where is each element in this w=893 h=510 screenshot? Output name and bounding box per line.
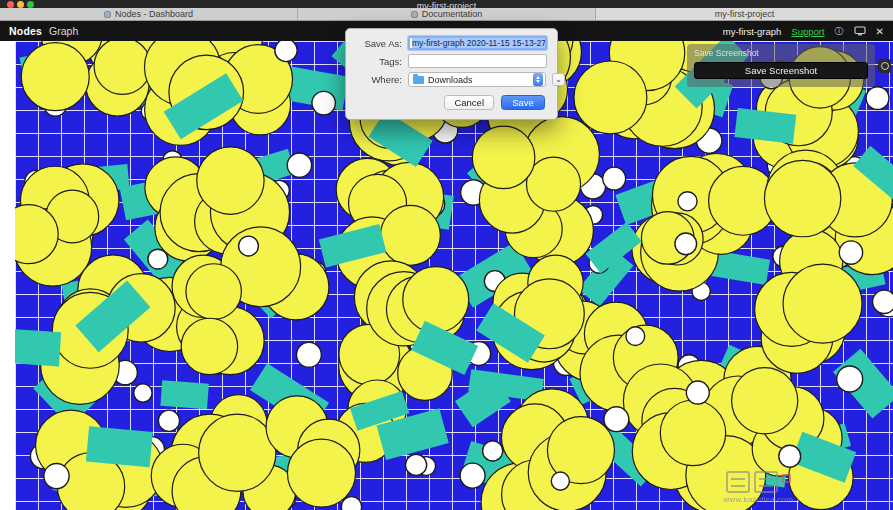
camera-icon[interactable] bbox=[878, 59, 891, 73]
app-name: Nodes bbox=[9, 25, 42, 37]
watermark-logo bbox=[724, 471, 793, 493]
tab-favicon-icon bbox=[104, 11, 111, 18]
header-right: my-first-graph Support ⓘ ✕ bbox=[723, 25, 884, 38]
panel-title: Save Screenshot bbox=[694, 48, 868, 58]
watermark: www.kazutlea.com bbox=[724, 471, 793, 504]
stepper-icon[interactable] bbox=[533, 73, 543, 86]
chevron-down-icon[interactable]: ⌄ bbox=[552, 73, 565, 86]
display-icon[interactable] bbox=[854, 26, 866, 36]
watermark-url: www.kazutlea.com bbox=[724, 495, 793, 504]
tab-nodes-dashboard[interactable]: Nodes - Dashboard bbox=[0, 8, 298, 20]
support-link[interactable]: Support bbox=[791, 26, 824, 37]
tags-input[interactable] bbox=[408, 54, 547, 68]
save-dialog: Save As: my-first-graph 2020-11-15 15-13… bbox=[345, 28, 558, 120]
folder-icon bbox=[413, 76, 424, 84]
tab-my-first-project[interactable]: my-first-project bbox=[596, 8, 893, 20]
window-titlebar: my-first-project bbox=[0, 0, 893, 8]
where-value: Downloads bbox=[428, 75, 529, 85]
save-button[interactable]: Save bbox=[501, 95, 545, 110]
tab-label: Nodes - Dashboard bbox=[115, 9, 193, 19]
filename-selected-text: my-first-graph 2020-11-15 15-13-27.png bbox=[412, 38, 547, 48]
dialog-buttons: Cancel Save bbox=[356, 95, 547, 110]
tab-bar: Nodes - Dashboard Documentation my-first… bbox=[0, 8, 893, 21]
tab-documentation[interactable]: Documentation bbox=[298, 8, 596, 20]
graph-name: my-first-graph bbox=[723, 26, 782, 37]
app-window: my-first-project Nodes - Dashboard Docum… bbox=[0, 0, 893, 510]
save-screenshot-panel: Save Screenshot Save Screenshot bbox=[687, 44, 875, 87]
tags-label: Tags: bbox=[356, 56, 402, 67]
tab-favicon-icon bbox=[411, 11, 418, 18]
info-icon[interactable]: ⓘ bbox=[835, 25, 844, 38]
save-as-label: Save As: bbox=[356, 38, 402, 49]
filename-input[interactable]: my-first-graph 2020-11-15 15-13-27.png bbox=[408, 36, 547, 50]
window-title: my-first-project bbox=[0, 1, 893, 8]
tab-label: Documentation bbox=[422, 9, 483, 19]
save-screenshot-button[interactable]: Save Screenshot bbox=[694, 62, 868, 79]
view-name: Graph bbox=[49, 25, 78, 37]
close-icon[interactable]: ✕ bbox=[876, 26, 884, 37]
where-select[interactable]: Downloads bbox=[408, 72, 546, 87]
tab-label: my-first-project bbox=[715, 9, 775, 19]
where-controls: Downloads ⌄ bbox=[408, 72, 565, 87]
cancel-button[interactable]: Cancel bbox=[444, 95, 494, 110]
where-label: Where: bbox=[356, 74, 402, 85]
